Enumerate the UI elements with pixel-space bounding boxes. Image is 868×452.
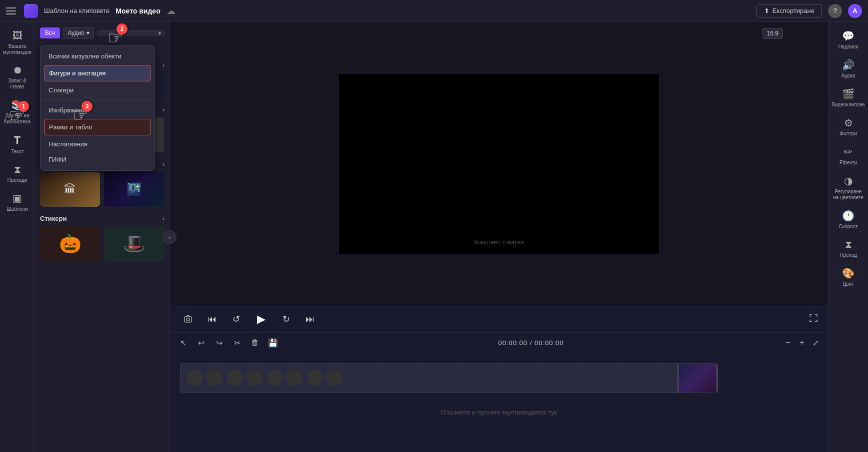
- right-panel-item-audio[interactable]: 🔊 Аудио: [831, 55, 866, 83]
- filters-label: Филтри: [840, 131, 857, 137]
- save-button[interactable]: 💾: [266, 336, 280, 350]
- topbar: Шаблон на клиповете Моето видео ☁ ⬆ Експ…: [0, 0, 868, 22]
- zoom-in-button[interactable]: +: [796, 337, 808, 349]
- media-label: Вашата мултимедия: [3, 43, 32, 55]
- right-panel: 💬 Надписи 🔊 Аудио 🎬 Видеоклипове ⚙ Филтр…: [828, 22, 868, 452]
- export-button[interactable]: ⬆ Експортиране: [756, 4, 822, 17]
- skip-forward-button[interactable]: ↻: [278, 311, 294, 327]
- track-clip-thumb-image: [678, 363, 716, 393]
- right-panel-item-captions[interactable]: 💬 Надписи: [831, 26, 866, 54]
- loop-button[interactable]: ↺: [228, 311, 244, 327]
- export-label: Експортиране: [772, 7, 814, 14]
- screenshot-button[interactable]: [180, 311, 196, 327]
- video-watermark: Комплект с марки: [474, 239, 524, 246]
- track-dot-5: [266, 370, 282, 386]
- delete-button[interactable]: 🗑: [248, 336, 262, 350]
- sticker-thumb-2[interactable]: 🎩: [104, 226, 164, 261]
- undo-button[interactable]: ↩: [194, 336, 208, 350]
- project-title: Шаблон на клиповете: [44, 7, 110, 14]
- track-clip-1[interactable]: [180, 363, 718, 393]
- project-name[interactable]: Моето видео: [116, 7, 160, 15]
- project-icon: [24, 4, 38, 18]
- section-shapes-arrow: ›: [162, 106, 164, 113]
- audio-dropdown-caret: ▾: [86, 29, 90, 36]
- next-button[interactable]: ⏭: [302, 311, 318, 327]
- sticker-2: 🎩: [123, 233, 146, 254]
- menu-button[interactable]: [6, 5, 18, 17]
- ratio-badge[interactable]: 16:9: [762, 28, 783, 39]
- track-dot-4: [246, 370, 262, 386]
- dropdown-divider: [40, 100, 154, 100]
- track-dot-7: [306, 370, 322, 386]
- audio-dropdown[interactable]: Аудио ▾: [63, 27, 94, 39]
- videoclips-thumbnails: 🏛 🌃: [40, 172, 164, 207]
- zoom-out-button[interactable]: −: [782, 337, 794, 349]
- zoom-controls: − + ⤢: [782, 337, 822, 349]
- right-panel-item-speed[interactable]: 🕐 Скорост: [831, 206, 866, 234]
- videoclip-thumb-1[interactable]: 🏛: [40, 172, 100, 207]
- dropdown-item-images[interactable]: Изображения: [40, 102, 154, 118]
- speed-icon: 🕐: [842, 210, 854, 222]
- captions-icon: 💬: [842, 30, 854, 42]
- skip-back-button[interactable]: ⏮: [204, 311, 220, 327]
- sidebar-item-record[interactable]: ⏺ Запис & create: [2, 60, 32, 94]
- dropdown-item-gifs[interactable]: ГИФИ: [40, 152, 154, 167]
- redo-button[interactable]: ↪: [212, 336, 226, 350]
- svg-point-1: [186, 318, 190, 321]
- stickers-thumbnails: 🎃 🎩: [40, 226, 164, 261]
- sidebar-panel: Всч Аудио ▾ ▾ Всички визуални обекти Фиг…: [35, 22, 170, 452]
- track-dot-3: [226, 370, 242, 386]
- avatar[interactable]: А: [848, 4, 862, 18]
- dropdown-item-all-visual[interactable]: Всички визуални обекти: [40, 48, 154, 64]
- audio-label: Аудио: [841, 73, 855, 79]
- fullscreen-button[interactable]: [809, 314, 818, 325]
- record-label: Запис & create: [4, 78, 30, 90]
- play-button[interactable]: ▶: [252, 310, 270, 328]
- pointer-tool-button[interactable]: ↖: [176, 336, 190, 350]
- sticker-thumb-1[interactable]: 🎃: [40, 226, 100, 261]
- right-panel-item-filters[interactable]: ⚙ Филтри: [831, 113, 866, 141]
- cut-button[interactable]: ✂: [230, 336, 244, 350]
- sidebar-item-transitions[interactable]: ⧗ Преходи: [2, 160, 32, 187]
- tab-all-button[interactable]: Всч: [40, 27, 60, 38]
- track-clip-dots: [180, 370, 718, 386]
- dropdown-item-frames[interactable]: Рамки и табло: [44, 119, 150, 135]
- sidebar-item-templates[interactable]: ▣ Шаблони: [2, 188, 32, 216]
- collapse-sidebar-button[interactable]: ‹: [162, 230, 176, 244]
- track-clip-thumbnail: [678, 363, 718, 393]
- sidebar-item-text[interactable]: T Текст: [2, 130, 32, 159]
- timeline-tracks: Плъзнете и пуснете мултимедията тук: [170, 353, 828, 452]
- videoclips-label: Видеоклипове: [832, 102, 865, 108]
- templates-label: Шаблони: [6, 206, 28, 212]
- drop-zone-text: Плъзнете и пуснете мултимедията тук: [441, 409, 557, 416]
- dropdown-item-stickers[interactable]: Стикери: [40, 82, 154, 98]
- right-panel-item-effects[interactable]: ✏ Ефекти: [831, 142, 866, 170]
- help-button[interactable]: ?: [828, 4, 842, 18]
- zoom-fit-button[interactable]: ⤢: [810, 337, 822, 349]
- type-dropdown[interactable]: ▾: [97, 30, 164, 35]
- speed-label: Скорост: [839, 224, 858, 230]
- center-area: 16:9 Комплект с марки ⏮ ↺ ▶ ↻ ⏭: [170, 22, 828, 452]
- video-canvas: Комплект с марки: [339, 74, 659, 254]
- right-panel-item-videoclips[interactable]: 🎬 Видеоклипове: [831, 84, 866, 112]
- type-dropdown-caret: ▾: [158, 30, 161, 36]
- main-layout: 🖼 Вашата мултимедия ⏺ Запис & create 📚 Д…: [0, 22, 868, 452]
- topbar-right: ⬆ Експортиране ? А: [756, 4, 862, 18]
- videoclip-icon-1: 🏛: [64, 182, 76, 196]
- right-panel-item-color[interactable]: 🎨 Цвят: [831, 263, 866, 291]
- help-icon-sym: ?: [833, 7, 836, 14]
- text-label: Текст: [11, 149, 24, 155]
- videoclip-thumb-2[interactable]: 🌃: [104, 172, 164, 207]
- section-stickers-header[interactable]: Стикери ›: [40, 215, 164, 222]
- playback-controls: ⏮ ↺ ▶ ↻ ⏭: [170, 306, 828, 332]
- sidebar-item-media[interactable]: 🖼 Вашата мултимедия: [2, 26, 32, 59]
- dropdown-item-overlays[interactable]: Наслагвания: [40, 136, 154, 152]
- right-panel-item-transition[interactable]: ⧗ Преход: [831, 235, 866, 262]
- track-dot-1: [186, 370, 202, 386]
- sidebar-item-library[interactable]: 📚 Достъп на библиотека: [2, 95, 32, 129]
- section-stickers-arrow: ›: [162, 215, 164, 222]
- timeline-toolbar: ↖ ↩ ↪ ✂ 🗑 💾 00:00:00 / 00:00:00 − + ⤢: [170, 333, 828, 353]
- sticker-1: 🎃: [59, 233, 82, 254]
- right-panel-item-color-grading[interactable]: ◑ Регулиране на цветовете: [831, 171, 866, 205]
- dropdown-item-shapes[interactable]: Фигури и анотация: [44, 65, 150, 81]
